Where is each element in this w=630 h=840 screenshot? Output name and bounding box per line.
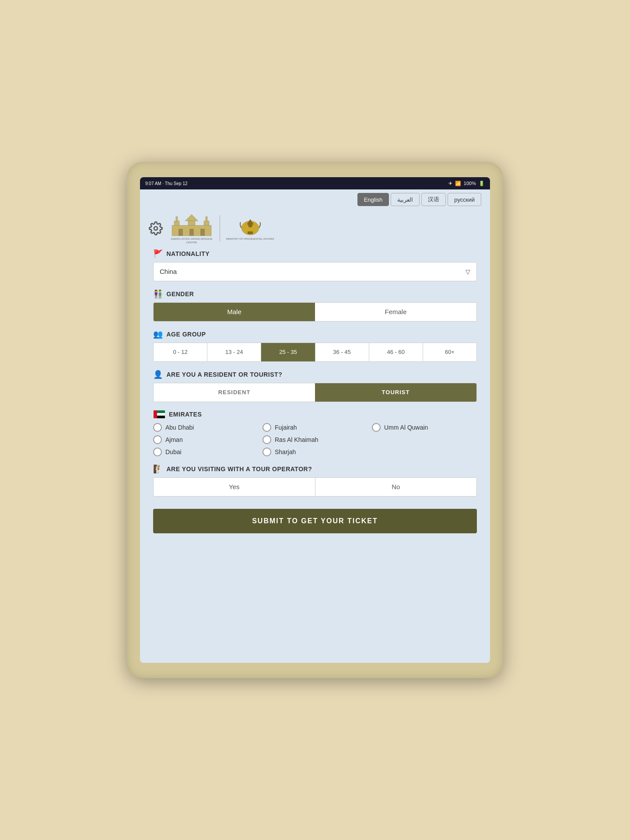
resident-tourist-section: 👤 ARE YOU A RESIDENT OR TOURIST? RESIDEN… xyxy=(153,370,477,402)
emirates-label: EMIRATES xyxy=(169,411,202,418)
flag-red xyxy=(154,410,157,418)
emirate-fujairah[interactable]: Fujairah xyxy=(262,423,368,432)
age-60plus[interactable]: 60+ xyxy=(423,343,476,361)
lang-english[interactable]: English xyxy=(357,193,389,206)
top-area: SHEIKH ZAYED GRAND MOSQUE CENTRE MINIST xyxy=(140,210,490,249)
svg-rect-4 xyxy=(174,221,179,225)
status-bar: 9:07 AM · Thu Sep 12 ✈ 📶 100% 🔋 xyxy=(140,177,490,189)
logo-divider xyxy=(220,215,220,242)
age-36-45[interactable]: 36 - 45 xyxy=(315,343,369,361)
tour-operator-icon: 🧗 xyxy=(153,464,163,474)
nationality-dropdown[interactable]: China ▽ xyxy=(153,262,477,281)
nationality-section: 🚩 NATIONALITY China ▽ xyxy=(153,249,477,281)
resident-tourist-label: 👤 ARE YOU A RESIDENT OR TOURIST? xyxy=(153,370,477,379)
mosque-logo: SHEIKH ZAYED GRAND MOSQUE CENTRE xyxy=(170,212,214,245)
settings-icon[interactable] xyxy=(149,221,163,235)
gender-label: 👫 GENDER xyxy=(153,289,477,299)
yes-no-toggle: Yes No xyxy=(153,477,477,497)
svg-rect-14 xyxy=(248,231,253,234)
tourist-btn[interactable]: TOURIST xyxy=(315,383,476,402)
svg-rect-5 xyxy=(204,221,209,225)
svg-rect-7 xyxy=(206,217,207,221)
svg-rect-10 xyxy=(200,229,205,236)
lang-russian[interactable]: русский xyxy=(448,193,481,206)
svg-rect-3 xyxy=(188,221,195,225)
svg-rect-6 xyxy=(176,217,178,221)
radio-ras-al-khaimah xyxy=(262,435,271,444)
gender-female-btn[interactable]: Female xyxy=(315,303,476,321)
emirate-sharjah[interactable]: Sharjah xyxy=(262,448,368,456)
svg-rect-8 xyxy=(178,229,183,236)
svg-point-0 xyxy=(154,227,158,230)
radio-fujairah xyxy=(262,423,271,432)
emirate-dubai[interactable]: Dubai xyxy=(153,448,258,456)
lang-arabic[interactable]: العربية xyxy=(391,193,420,206)
svg-marker-2 xyxy=(185,214,198,221)
emirate-umm-al-quwain[interactable]: Umm Al Quwain xyxy=(372,423,477,432)
age-25-35[interactable]: 25 - 35 xyxy=(261,343,315,361)
radio-sharjah xyxy=(262,448,271,456)
age-group-toggle: 0 - 12 13 - 24 25 - 35 36 - 45 46 - 60 6… xyxy=(153,343,477,362)
submit-button[interactable]: SUBMIT TO GET YOUR TICKET xyxy=(153,509,477,533)
resident-btn[interactable]: RESIDENT xyxy=(154,383,315,402)
emirate-ras-al-khaimah[interactable]: Ras Al Khaimah xyxy=(262,435,368,444)
tour-operator-section: 🧗 ARE YOU VISITING WITH A TOUR OPERATOR?… xyxy=(153,464,477,497)
tablet-device: 9:07 AM · Thu Sep 12 ✈ 📶 100% 🔋 English … xyxy=(127,162,503,678)
emirates-section: EMIRATES Abu Dhabi Fujairah Umm Al Quwai… xyxy=(153,410,477,456)
yes-btn[interactable]: Yes xyxy=(154,478,315,496)
gender-section: 👫 GENDER Male Female xyxy=(153,289,477,322)
svg-rect-9 xyxy=(189,229,194,236)
radio-ajman xyxy=(153,435,162,444)
emirates-header: EMIRATES xyxy=(153,410,477,419)
gender-male-btn[interactable]: Male xyxy=(154,303,315,321)
radio-abu-dhabi xyxy=(153,423,162,432)
radio-dubai xyxy=(153,448,162,456)
ministry-logo: MINISTRY OF PRESIDENTIAL AFFAIRS xyxy=(226,216,274,241)
age-13-24[interactable]: 13 - 24 xyxy=(207,343,261,361)
age-group-section: 👥 AGE GROUP 0 - 12 13 - 24 25 - 35 36 - … xyxy=(153,329,477,362)
dropdown-arrow-icon: ▽ xyxy=(466,268,470,275)
language-bar: English العربية 汉语 русский xyxy=(140,189,490,210)
age-46-60[interactable]: 46 - 60 xyxy=(369,343,423,361)
airplane-icon: ✈ xyxy=(448,181,452,186)
emirate-ajman[interactable]: Ajman xyxy=(153,435,258,444)
lang-chinese[interactable]: 汉语 xyxy=(421,193,446,206)
resident-tourist-icon: 👤 xyxy=(153,370,163,379)
nationality-value: China xyxy=(160,268,177,275)
battery-label: 100% xyxy=(464,181,476,186)
age-group-label: 👥 AGE GROUP xyxy=(153,329,477,339)
gender-toggle-group: Male Female xyxy=(153,302,477,322)
logo-area: SHEIKH ZAYED GRAND MOSQUE CENTRE MINIST xyxy=(170,212,274,245)
age-group-icon: 👥 xyxy=(153,329,163,339)
nationality-label: 🚩 NATIONALITY xyxy=(153,249,477,259)
emirates-grid: Abu Dhabi Fujairah Umm Al Quwain Ajman xyxy=(153,423,477,456)
form-area: 🚩 NATIONALITY China ▽ 👫 GENDER Male Fema… xyxy=(140,249,490,663)
no-btn[interactable]: No xyxy=(315,478,477,496)
mosque-logo-text: SHEIKH ZAYED GRAND MOSQUE CENTRE xyxy=(170,238,214,245)
status-time: 9:07 AM · Thu Sep 12 xyxy=(145,181,188,186)
tour-operator-label: 🧗 ARE YOU VISITING WITH A TOUR OPERATOR? xyxy=(153,464,477,474)
battery-icon: 🔋 xyxy=(479,181,485,186)
emirate-abu-dhabi[interactable]: Abu Dhabi xyxy=(153,423,258,432)
gender-icon: 👫 xyxy=(153,289,163,299)
nationality-icon: 🚩 xyxy=(153,249,163,259)
age-0-12[interactable]: 0 - 12 xyxy=(154,343,207,361)
uae-flag-icon xyxy=(153,410,165,419)
ministry-logo-text: MINISTRY OF PRESIDENTIAL AFFAIRS xyxy=(226,238,274,241)
status-icons: ✈ 📶 100% 🔋 xyxy=(448,181,485,186)
resident-tourist-toggle: RESIDENT TOURIST xyxy=(153,383,477,402)
wifi-icon: 📶 xyxy=(455,181,461,186)
svg-point-13 xyxy=(248,223,252,228)
radio-umm-al-quwain xyxy=(372,423,381,432)
tablet-screen: 9:07 AM · Thu Sep 12 ✈ 📶 100% 🔋 English … xyxy=(140,177,490,663)
